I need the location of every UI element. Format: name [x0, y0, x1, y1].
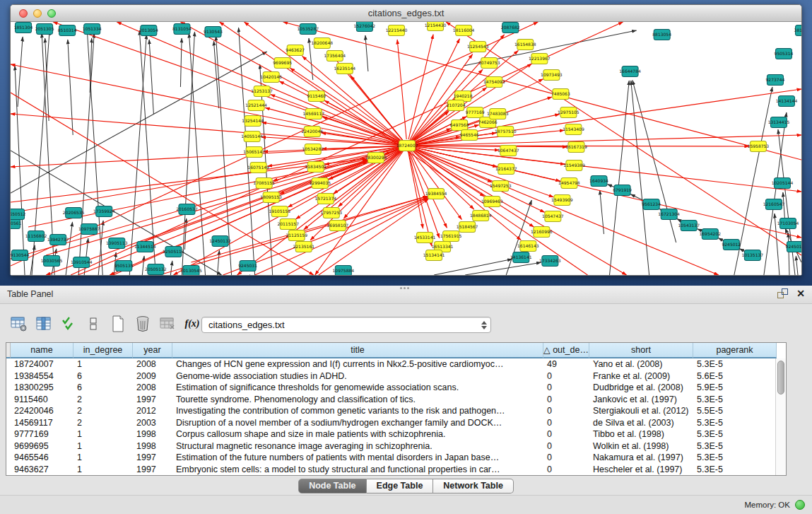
graph-node[interactable]: 9130543	[204, 27, 223, 37]
table-cell[interactable]: Tibbo et al. (1998)	[589, 428, 693, 440]
graph-node[interactable]: 18757510	[495, 127, 517, 137]
graph-node[interactable]: 10535287	[297, 24, 319, 35]
table-cell[interactable]: 49	[543, 358, 589, 370]
table-cell[interactable]: 1	[73, 358, 133, 370]
graph-node[interactable]: 16235144	[334, 64, 356, 74]
table-cell[interactable]: 2012	[133, 405, 172, 417]
graph-edge[interactable]	[18, 37, 23, 107]
graph-node[interactable]: 18116004	[453, 25, 475, 36]
column-header-out_de[interactable]: △ out_de…	[543, 343, 589, 358]
table-row[interactable]: 977716911998Corpus callosum shape and si…	[6, 428, 775, 440]
graph-node[interactable]: 11253137	[251, 86, 273, 97]
graph-node[interactable]: 12215440	[386, 25, 408, 36]
table-cell[interactable]: 18300295	[11, 382, 73, 394]
table-cell[interactable]: 6	[73, 382, 133, 394]
tab-node-table[interactable]: Node Table	[298, 479, 366, 493]
graph-node[interactable]: 12994035	[309, 178, 331, 189]
table-cell[interactable]: 0	[543, 370, 589, 382]
table-cell[interactable]: 1	[73, 452, 133, 464]
graph-node[interactable]: 12160996	[531, 227, 553, 238]
graph-node[interactable]: 12164377	[495, 164, 517, 175]
table-cell[interactable]: 1	[73, 464, 133, 476]
table-cell[interactable]: 5.3E-5	[693, 358, 775, 370]
function-builder-icon[interactable]: f(x)	[183, 315, 201, 333]
graph-node[interactable]: 13910544	[71, 257, 93, 268]
graph-node[interactable]: 15276042	[354, 22, 376, 32]
graph-node[interactable]: 15184567	[457, 222, 478, 233]
graph-node[interactable]: 18300295	[365, 153, 387, 163]
column-header-name[interactable]: name	[11, 343, 73, 358]
graph-edge[interactable]	[142, 256, 144, 275]
graph-node[interactable]: 10030565	[41, 256, 63, 267]
table-cell[interactable]: Hescheler et al. (1997)	[589, 464, 693, 476]
graph-edge[interactable]	[365, 35, 368, 71]
graph-node[interactable]: 12154430	[425, 22, 447, 31]
graph-node[interactable]: 20160537	[176, 204, 198, 215]
graph-node[interactable]: 15721374	[315, 194, 337, 204]
graph-node[interactable]: 6497568	[450, 120, 469, 131]
table-cell[interactable]: 2008	[133, 382, 172, 394]
table-cell[interactable]: 2009	[133, 370, 172, 382]
graph-edge[interactable]	[87, 29, 102, 275]
graph-edge[interactable]	[11, 52, 267, 193]
graph-node[interactable]: 20115157	[277, 219, 299, 230]
graph-node[interactable]: 14136141	[510, 252, 532, 263]
graph-node[interactable]: 12450132	[209, 236, 231, 247]
graph-node[interactable]: 17359924	[93, 206, 115, 217]
graph-node[interactable]: 14134144	[776, 96, 798, 107]
graph-node[interactable]: 12975105	[558, 107, 579, 118]
graph-edge[interactable]	[170, 261, 172, 275]
graph-node[interactable]: 17483083	[487, 109, 509, 119]
graph-node[interactable]: 15065147	[243, 147, 265, 158]
table-row[interactable]: 1938455462009Genome-wide association stu…	[6, 370, 775, 382]
table-cell[interactable]: 5.3E-5	[693, 464, 775, 476]
graph-edge[interactable]	[117, 22, 407, 146]
graph-node[interactable]: 17561915	[440, 231, 462, 242]
graph-node[interactable]: 16154838	[514, 40, 536, 50]
zoom-window-button[interactable]	[47, 9, 56, 18]
table-cell[interactable]: 5.3E-5	[693, 452, 775, 464]
table-cell[interactable]: 5.5E-5	[693, 405, 775, 417]
graph-node[interactable]: 9273744	[766, 75, 785, 86]
table-cell[interactable]: Estimation of the future numbers of pati…	[172, 452, 543, 464]
graph-edge[interactable]	[30, 245, 35, 275]
table-cell[interactable]: 2	[73, 394, 133, 406]
graph-node[interactable]: 14055144	[241, 132, 263, 142]
graph-node[interactable]: 16644784	[619, 66, 641, 77]
table-cell[interactable]: Genome-wide association studies in ADHD.	[172, 370, 543, 382]
graph-node[interactable]: 8131054	[172, 24, 192, 35]
table-cell[interactable]: 0	[543, 440, 589, 452]
graph-node[interactable]: 10420146	[260, 72, 282, 83]
graph-node[interactable]: 9115460	[307, 91, 326, 102]
graph-edge[interactable]	[465, 262, 541, 275]
graph-node[interactable]: 13905113	[106, 238, 128, 249]
table-cell[interactable]: 1997	[133, 452, 172, 464]
column-header-year[interactable]: year	[133, 343, 172, 358]
graph-node[interactable]: 2087682	[501, 23, 520, 33]
graph-edge[interactable]	[446, 22, 801, 255]
table-row[interactable]: 2242004622012Investigating the contribut…	[6, 405, 775, 417]
graph-node[interactable]: 16958107	[327, 221, 349, 231]
table-cell[interactable]: Franke et al. (2009)	[589, 370, 693, 382]
graph-edge[interactable]	[213, 41, 218, 108]
graph-edge[interactable]	[184, 218, 186, 250]
graph-node[interactable]: 2107204	[447, 100, 466, 111]
table-cell[interactable]: 22420046	[11, 405, 73, 417]
row-height-icon[interactable]	[84, 315, 102, 333]
table-cell[interactable]: 14569117	[11, 417, 73, 429]
graph-node[interactable]: 10749753	[478, 58, 500, 69]
table-cell[interactable]: 5.3E-5	[693, 440, 775, 452]
graph-node[interactable]: 10543137	[678, 221, 700, 231]
graph-node[interactable]: 12213967	[529, 54, 551, 64]
graph-node[interactable]: 1640934	[589, 176, 608, 187]
minimize-window-button[interactable]	[33, 9, 42, 18]
graph-node[interactable]: 14569117	[302, 109, 324, 119]
float-panel-icon[interactable]	[777, 288, 788, 298]
network-window-titlebar[interactable]: citations_edges.txt	[11, 5, 801, 22]
table-cell[interactable]: 9777169	[11, 428, 73, 440]
table-select-dropdown[interactable]: citations_edges.txt	[201, 317, 491, 333]
vertical-scrollbar[interactable]	[775, 358, 786, 475]
graph-node[interactable]: 16167319	[565, 142, 587, 153]
graph-node[interactable]: 14754093	[483, 77, 505, 88]
graph-node[interactable]: 1051334	[83, 24, 102, 35]
